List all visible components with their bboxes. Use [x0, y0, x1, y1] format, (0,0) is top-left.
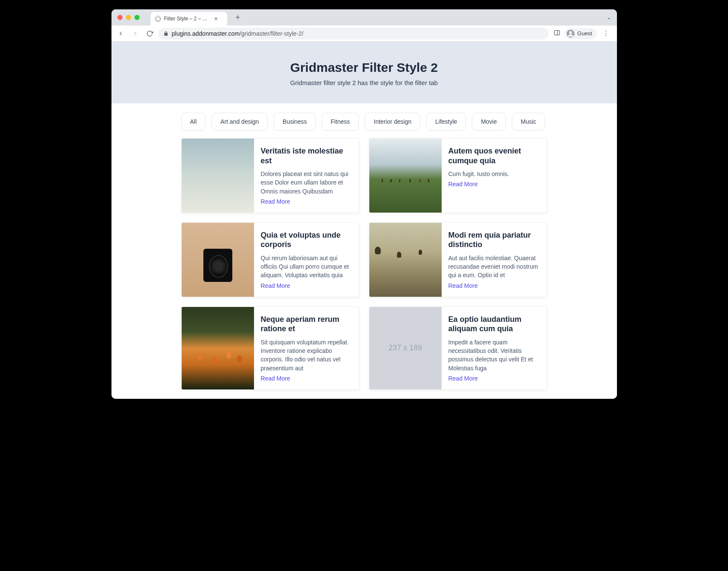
posts-grid: Veritatis iste molestiae estDolores plac… — [181, 138, 547, 399]
post-body: Neque aperiam rerum ratione etSit quisqu… — [254, 307, 359, 389]
menu-button[interactable]: ⋮ — [601, 29, 611, 37]
post-body: Autem quos eveniet cumque quiaCum fugit.… — [442, 139, 547, 213]
svg-point-3 — [569, 31, 572, 34]
profile-chip[interactable]: Guest — [565, 28, 597, 39]
filter-lifestyle[interactable]: Lifestyle — [426, 113, 466, 131]
globe-icon — [155, 16, 161, 22]
filter-art-and-design[interactable]: Art and design — [211, 113, 268, 131]
back-button[interactable] — [115, 28, 127, 40]
new-tab-button[interactable]: + — [236, 13, 240, 22]
post-title[interactable]: Quia et voluptas unde corporis — [261, 230, 352, 250]
read-more-link[interactable]: Read More — [261, 282, 352, 289]
browser-tab[interactable]: Filter Style – 2 – Gridmaster D × — [151, 12, 227, 26]
post-title[interactable]: Ea optio laudantium aliquam cum quia — [448, 315, 540, 334]
tabs-dropdown-button[interactable]: ⌄ — [607, 14, 611, 20]
window-close-dot[interactable] — [117, 15, 123, 20]
post-title[interactable]: Neque aperiam rerum ratione et — [261, 315, 352, 334]
read-more-link[interactable]: Read More — [261, 375, 352, 382]
lock-icon — [163, 31, 168, 36]
reload-button[interactable] — [144, 28, 156, 40]
post-card: Veritatis iste molestiae estDolores plac… — [181, 138, 360, 213]
post-card: Quia et voluptas unde corporisQui rerum … — [181, 222, 360, 297]
post-thumbnail[interactable] — [369, 139, 442, 213]
post-body: Modi rem quia pariatur distinctioAut aut… — [442, 223, 547, 297]
url-text: plugins.addonmaster.com/gridmaster/filte… — [172, 30, 304, 37]
filter-interior-design[interactable]: Interior design — [365, 113, 420, 131]
post-thumbnail[interactable] — [369, 223, 442, 297]
post-excerpt: Impedit a facere quam necessitatibus odi… — [448, 338, 540, 372]
page-subtitle: Gridmaster filter style 2 has the style … — [120, 79, 608, 86]
post-body: Veritatis iste molestiae estDolores plac… — [254, 139, 359, 213]
post-excerpt: Qui rerum laboriosam aut qui officiis Qu… — [261, 254, 352, 280]
browser-chrome: Filter Style – 2 – Gridmaster D × + ⌄ pl… — [111, 9, 617, 42]
page-title: Gridmaster Filter Style 2 — [120, 60, 608, 75]
tab-title: Filter Style – 2 – Gridmaster D — [164, 16, 211, 22]
svg-rect-0 — [554, 30, 560, 35]
filter-business[interactable]: Business — [274, 113, 316, 131]
filter-all[interactable]: All — [181, 113, 206, 131]
post-thumbnail[interactable] — [182, 307, 254, 389]
post-thumbnail[interactable] — [182, 139, 254, 213]
read-more-link[interactable]: Read More — [448, 181, 540, 187]
window-maximize-dot[interactable] — [134, 15, 140, 20]
read-more-link[interactable]: Read More — [448, 375, 540, 382]
filter-movie[interactable]: Movie — [472, 113, 505, 131]
post-card: Autem quos eveniet cumque quiaCum fugit.… — [369, 138, 547, 213]
read-more-link[interactable]: Read More — [261, 198, 352, 205]
post-excerpt: Cum fugit. Iusto omnis. — [448, 170, 540, 178]
post-excerpt: Sit quisquam voluptatum repellat. Invent… — [261, 338, 352, 372]
forward-button[interactable] — [129, 28, 141, 40]
post-body: Quia et voluptas unde corporisQui rerum … — [254, 223, 359, 297]
read-more-link[interactable]: Read More — [448, 282, 540, 289]
filter-tabs: AllArt and designBusinessFitnessInterior… — [181, 113, 547, 131]
browser-window: Filter Style – 2 – Gridmaster D × + ⌄ pl… — [111, 9, 617, 399]
window-minimize-dot[interactable] — [126, 15, 131, 20]
post-thumbnail[interactable]: 237 x 189 — [369, 307, 442, 389]
post-title[interactable]: Autem quos eveniet cumque quia — [448, 146, 540, 165]
avatar-icon — [566, 29, 575, 38]
side-panel-icon[interactable] — [554, 29, 560, 38]
address-bar[interactable]: plugins.addonmaster.com/gridmaster/filte… — [158, 28, 548, 40]
post-body: Ea optio laudantium aliquam cum quiaImpe… — [442, 307, 547, 389]
post-title[interactable]: Veritatis iste molestiae est — [261, 146, 352, 165]
profile-label: Guest — [577, 30, 592, 37]
filter-music[interactable]: Music — [512, 113, 545, 131]
page-hero: Gridmaster Filter Style 2 Gridmaster fil… — [111, 42, 617, 103]
page-viewport[interactable]: Gridmaster Filter Style 2 Gridmaster fil… — [111, 42, 617, 399]
filter-fitness[interactable]: Fitness — [322, 113, 359, 131]
close-icon[interactable]: × — [214, 15, 218, 22]
post-card: Modi rem quia pariatur distinctioAut aut… — [369, 222, 547, 297]
post-thumbnail[interactable] — [182, 223, 254, 297]
post-card: 237 x 189Ea optio laudantium aliquam cum… — [369, 307, 547, 390]
post-excerpt: Dolores placeat est sint natus qui esse … — [261, 170, 352, 196]
post-excerpt: Aut aut facilis molestiae. Quaerat recus… — [448, 254, 540, 280]
post-title[interactable]: Modi rem quia pariatur distinctio — [448, 230, 540, 250]
post-card: Neque aperiam rerum ratione etSit quisqu… — [181, 307, 360, 390]
